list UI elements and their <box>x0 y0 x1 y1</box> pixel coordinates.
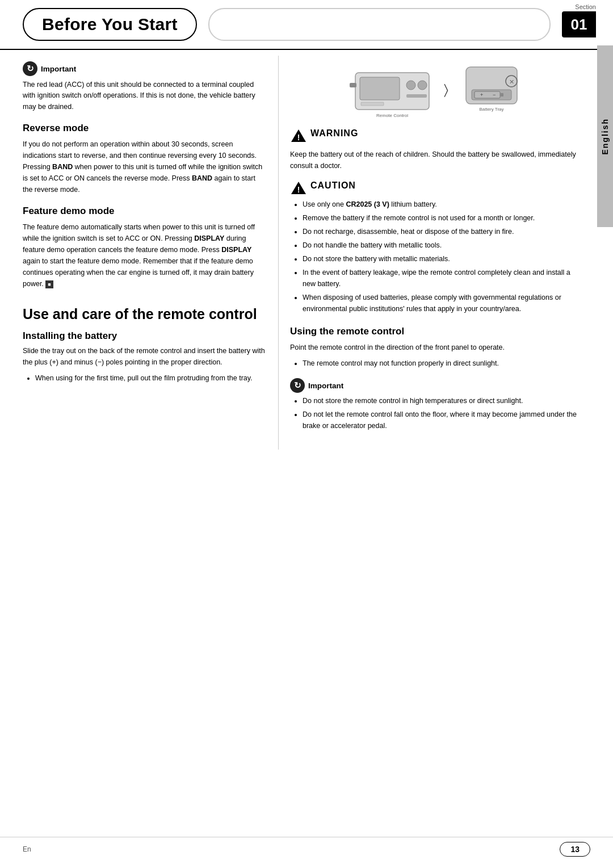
warning-section: ! WARNING Keep the battery out of the re… <box>290 128 585 171</box>
list-item: Use only one CR2025 (3 V) lithium batter… <box>303 199 585 210</box>
page: Before You Start Section 01 English ↻ Im… <box>0 0 613 868</box>
list-item: The remote control may not function prop… <box>303 358 585 369</box>
important-notice: ↻ Important The red lead (ACC) of this u… <box>23 61 267 112</box>
title-pill: Before You Start <box>23 8 197 41</box>
important-icon-2: ↻ <box>290 378 305 393</box>
important-notice-2: ↻ Important Do not store the remote cont… <box>290 378 585 434</box>
feature-demo-text: The feature demo automatically starts wh… <box>23 221 267 290</box>
page-title: Before You Start <box>42 15 178 34</box>
list-item: When using for the first time, pull out … <box>35 372 267 384</box>
right-column: Remote Control 〉 + − <box>279 50 613 455</box>
important-title-2: Important <box>308 381 343 390</box>
arrow-icon: 〉 <box>444 82 448 98</box>
header-middle-box <box>208 8 551 41</box>
device-images: Remote Control 〉 + − <box>290 61 585 118</box>
important-icon: ↻ <box>23 61 37 76</box>
warning-title: WARNING <box>310 128 358 139</box>
caution-title: CAUTION <box>310 181 356 191</box>
important-text: The red lead (ACC) of this unit should b… <box>23 79 267 112</box>
page-number: 13 <box>560 842 590 857</box>
footer: En 13 <box>0 837 613 857</box>
svg-point-3 <box>418 81 427 90</box>
installing-list: When using for the first time, pull out … <box>23 372 267 384</box>
note-symbol: ■ <box>45 280 53 288</box>
list-item: Do not store the battery with metallic m… <box>303 253 585 265</box>
svg-point-2 <box>406 81 415 90</box>
svg-rect-11 <box>500 93 503 97</box>
caution-icon: ! <box>290 181 307 195</box>
warning-text: Keep the battery out of the reach of chi… <box>290 149 585 171</box>
reverse-mode-heading: Reverse mode <box>23 123 267 134</box>
section-number: 01 <box>562 11 596 37</box>
language-sidebar: English <box>597 45 613 227</box>
device-image-1: Remote Control <box>350 61 435 118</box>
caution-list: Use only one CR2025 (3 V) lithium batter… <box>290 199 585 315</box>
left-column: ↻ Important The red lead (ACC) of this u… <box>0 50 278 455</box>
svg-text:✕: ✕ <box>509 78 514 85</box>
svg-rect-10 <box>475 91 500 98</box>
svg-text:!: ! <box>297 185 300 194</box>
important2-list: Do not store the remote control in high … <box>290 395 585 431</box>
section-box: Section 01 <box>562 0 596 49</box>
using-heading: Using the remote control <box>290 326 585 337</box>
using-text: Point the remote control in the directio… <box>290 342 585 353</box>
svg-text:!: ! <box>297 133 300 142</box>
installing-heading: Installing the battery <box>23 330 267 342</box>
list-item: Do not let the remote control fall onto … <box>303 409 585 431</box>
device-image-2: + − ✕ Battery Tray <box>457 64 526 115</box>
list-item: When disposing of used batteries, please… <box>303 292 585 315</box>
svg-rect-1 <box>360 77 400 100</box>
list-item: Do not store the remote control in high … <box>303 395 585 406</box>
svg-rect-6 <box>361 102 384 106</box>
list-item: Remove the battery if the remote control… <box>303 212 585 224</box>
list-item: In the event of battery leakage, wipe th… <box>303 267 585 290</box>
big-section-heading: Use and care of the remote control <box>23 305 267 322</box>
warning-icon: ! <box>290 128 307 143</box>
svg-text:−: − <box>493 92 496 98</box>
list-item: Do not recharge, disassemble, heat or di… <box>303 226 585 237</box>
installing-text: Slide the tray out on the back of the re… <box>23 345 267 368</box>
footer-en-label: En <box>23 845 31 853</box>
svg-text:Remote Control: Remote Control <box>376 113 408 118</box>
svg-rect-5 <box>350 83 356 87</box>
section-label: Section <box>575 3 596 10</box>
svg-text:Battery Tray: Battery Tray <box>479 107 503 112</box>
caution-section: ! CAUTION Use only one CR2025 (3 V) lith… <box>290 181 585 315</box>
feature-demo-heading: Feature demo mode <box>23 206 267 217</box>
svg-rect-4 <box>406 94 427 98</box>
important-title: Important <box>41 65 76 73</box>
svg-text:+: + <box>480 92 483 98</box>
list-item: Do not handle the battery with metallic … <box>303 240 585 251</box>
language-label: English <box>601 118 610 155</box>
using-list: The remote control may not function prop… <box>290 358 585 369</box>
reverse-mode-text: If you do not perform an operation withi… <box>23 139 267 195</box>
